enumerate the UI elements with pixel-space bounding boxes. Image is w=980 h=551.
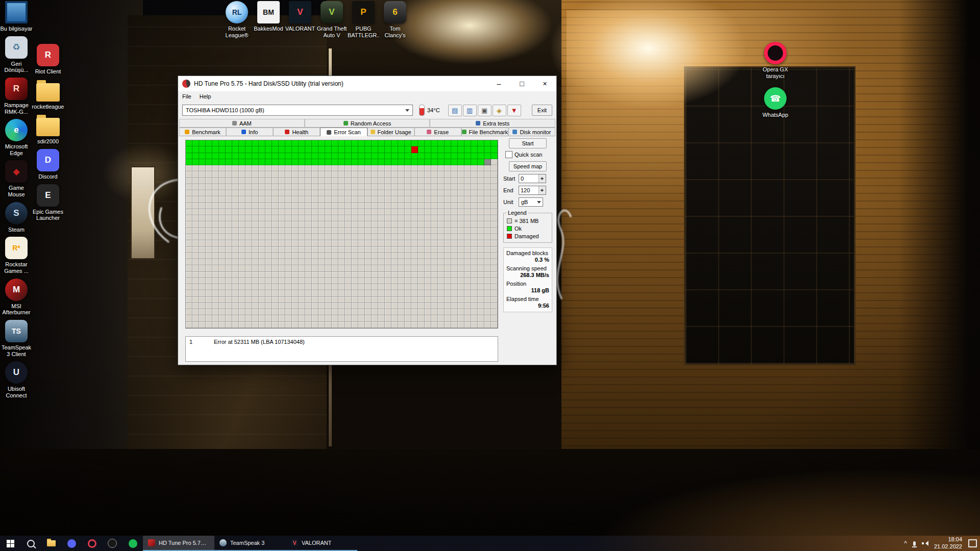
scan-block bbox=[265, 240, 272, 246]
scan-block bbox=[318, 309, 325, 315]
checkbox-icon[interactable] bbox=[505, 151, 512, 158]
desktop-icon-rocket-league[interactable]: RLRocket League® bbox=[221, 1, 253, 39]
desktop-icon-whatsapp[interactable]: ☎WhatsApp bbox=[759, 87, 792, 118]
copy-results-button[interactable]: ▥ bbox=[463, 105, 477, 116]
desktop-icon-msi-afterburner[interactable]: MMSI Afterburner bbox=[0, 279, 33, 316]
taskbar-clock[interactable]: 18:04 21.02.2022 bbox=[934, 536, 962, 550]
menu-file[interactable]: File bbox=[178, 92, 195, 101]
tab-info[interactable]: Info bbox=[226, 128, 273, 136]
scan-block bbox=[219, 159, 226, 165]
scan-block bbox=[411, 315, 418, 321]
microphone-icon[interactable] bbox=[913, 541, 916, 546]
tab-random-access[interactable]: Random Access bbox=[305, 119, 430, 128]
scan-block bbox=[418, 203, 425, 209]
desktop-icon-steam[interactable]: SSteam bbox=[0, 202, 33, 233]
close-button[interactable]: × bbox=[533, 76, 556, 91]
unit-select[interactable]: gB bbox=[519, 197, 543, 207]
desktop-icon-opera-gx[interactable]: Opera GX tarayıcı bbox=[759, 42, 792, 79]
desktop-icon-valorant[interactable]: VVALORANT bbox=[284, 1, 316, 39]
scan-block bbox=[232, 146, 239, 153]
tab-error-scan[interactable]: Error Scan bbox=[320, 128, 367, 136]
desktop-icon-epic-games[interactable]: EEpic Games Launcher bbox=[32, 184, 64, 221]
menu-help[interactable]: Help bbox=[195, 92, 215, 101]
tab-erase[interactable]: Erase bbox=[414, 128, 461, 136]
start-range-input[interactable]: 0 bbox=[519, 174, 546, 183]
desktop-icon-game-mouse[interactable]: ◆Game Mouse bbox=[0, 160, 33, 197]
scan-block bbox=[199, 159, 206, 165]
desktop-icon-riot-client[interactable]: RRiot Client bbox=[32, 44, 64, 75]
taskbar-spotify-button[interactable] bbox=[122, 536, 143, 551]
tab-file-benchmark[interactable]: File Benchmark bbox=[461, 128, 508, 136]
desktop-icon-recycle-bin[interactable]: ♻Geri Dönüşü... bbox=[0, 36, 33, 73]
scan-block bbox=[431, 184, 438, 190]
start-button[interactable] bbox=[0, 536, 20, 551]
scan-block bbox=[192, 153, 199, 159]
start-spinner[interactable] bbox=[538, 174, 546, 183]
speed-map-button[interactable]: Speed map bbox=[509, 161, 547, 171]
camera-button[interactable]: ▣ bbox=[478, 105, 492, 116]
taskbar-discord-button[interactable] bbox=[61, 536, 82, 551]
error-list[interactable]: 1Error at 52311 MB (LBA 107134048) bbox=[185, 336, 498, 362]
drive-select[interactable]: TOSHIBA HDWD110 (1000 gB) bbox=[182, 105, 413, 116]
maximize-button[interactable]: □ bbox=[510, 76, 533, 91]
tab-aam[interactable]: AAM bbox=[179, 119, 305, 128]
taskbar-opera-button[interactable] bbox=[82, 536, 102, 551]
taskbar-app-valorant[interactable]: VVALORANT bbox=[286, 536, 357, 551]
taskbar-search-button[interactable] bbox=[20, 536, 41, 551]
titlebar[interactable]: HD Tune Pro 5.75 - Hard Disk/SSD Utility… bbox=[178, 76, 556, 91]
desktop-icon-sdir2000-folder[interactable]: sdir2000 bbox=[32, 114, 64, 145]
tab-folder-usage[interactable]: Folder Usage bbox=[368, 128, 414, 136]
action-center-icon[interactable] bbox=[968, 539, 977, 547]
quick-scan-checkbox[interactable]: Quick scan bbox=[505, 151, 552, 158]
scan-block bbox=[438, 234, 445, 240]
scan-block bbox=[292, 140, 299, 146]
tab-extra-tests[interactable]: Extra tests bbox=[430, 119, 555, 128]
scan-block bbox=[411, 309, 418, 315]
desktop-icon-discord[interactable]: DDiscord bbox=[32, 149, 64, 180]
scan-block bbox=[272, 190, 279, 196]
desktop-icon-rockstar-games[interactable]: R*Rockstar Games ... bbox=[0, 237, 33, 274]
desktop-icon-this-pc[interactable]: Bu bilgisayar bbox=[0, 1, 33, 32]
taskbar-obs-button[interactable] bbox=[102, 536, 122, 551]
scan-block bbox=[312, 140, 318, 146]
scan-block bbox=[391, 203, 398, 209]
desktop-icon-bakkesmod[interactable]: BMBakkesMod bbox=[253, 1, 284, 39]
scan-block bbox=[352, 165, 358, 171]
minimize-button[interactable]: – bbox=[487, 76, 510, 91]
scan-block bbox=[279, 240, 285, 246]
desktop-icon-ubisoft-connect[interactable]: UUbisoft Connect bbox=[0, 361, 33, 398]
scan-block bbox=[458, 146, 464, 153]
save-button[interactable]: ▼ bbox=[507, 105, 521, 116]
taskbar-file-explorer-button[interactable] bbox=[41, 536, 61, 551]
desktop-icon-rampage[interactable]: RRampage RMK-G... bbox=[0, 78, 33, 115]
end-range-input[interactable]: 120 bbox=[519, 186, 546, 195]
scan-block bbox=[345, 184, 352, 190]
desktop-icon-pubg[interactable]: PPUBG BATTLEGR... bbox=[348, 1, 379, 39]
scan-block bbox=[305, 309, 312, 315]
hidden-icons-chevron[interactable]: ^ bbox=[904, 540, 907, 547]
taskbar-app-teamspeak[interactable]: TeamSpeak 3 bbox=[214, 536, 286, 551]
speaker-icon[interactable] bbox=[922, 541, 928, 546]
desktop-icon-teamspeak3[interactable]: TSTeamSpeak 3 Client bbox=[0, 320, 33, 357]
microsoft-edge-icon: e bbox=[5, 119, 28, 141]
scan-block bbox=[478, 215, 484, 221]
tab-disk-monitor[interactable]: Disk monitor bbox=[508, 128, 555, 136]
options-button[interactable]: ◈ bbox=[493, 105, 506, 116]
scan-block bbox=[199, 140, 206, 146]
tab-benchmark[interactable]: Benchmark bbox=[179, 128, 226, 136]
taskbar-app-hdtune[interactable]: HD Tune Pro 5.75 - ... bbox=[143, 536, 214, 551]
desktop-icon-gta5[interactable]: VGrand Theft Auto V bbox=[316, 1, 348, 39]
copy-screenshot-button[interactable]: ▤ bbox=[448, 105, 462, 116]
desktop-icon-rocketleague-folder[interactable]: rocketleague bbox=[32, 79, 64, 110]
tab-health[interactable]: Health bbox=[273, 128, 320, 136]
desktop-icon-label: sdir2000 bbox=[32, 138, 64, 145]
desktop-icon-rainbow-six[interactable]: 6Tom Clancy's Rainbow Si... bbox=[379, 1, 411, 39]
exit-button[interactable]: Exit bbox=[532, 105, 552, 116]
chevron-down-icon[interactable] bbox=[402, 105, 412, 115]
scan-block bbox=[206, 178, 212, 184]
scan-block bbox=[405, 153, 411, 159]
start-scan-button[interactable]: Start bbox=[509, 138, 547, 148]
end-spinner[interactable] bbox=[538, 186, 546, 194]
desktop-icon-microsoft-edge[interactable]: eMicrosoft Edge bbox=[0, 119, 33, 156]
scan-block bbox=[272, 153, 279, 159]
